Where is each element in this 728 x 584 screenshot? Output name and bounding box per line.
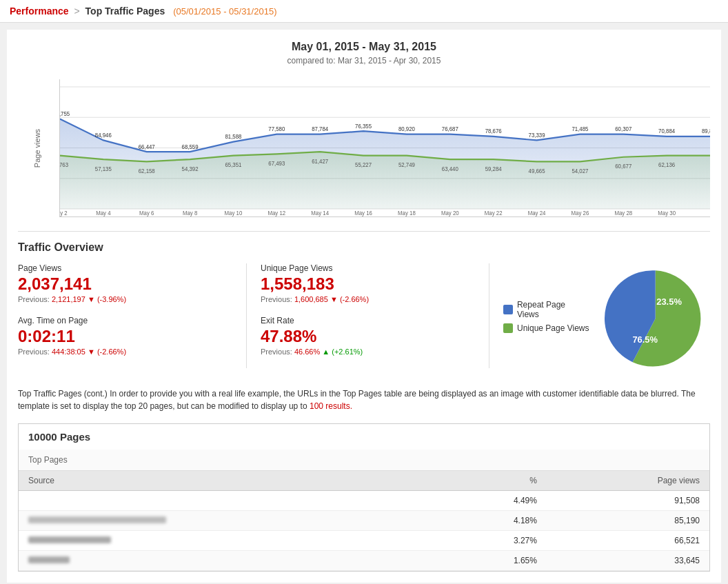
performance-label: Performance xyxy=(10,6,69,17)
unique-prev-label: Previous: xyxy=(261,295,292,303)
pageviews-cell: 91,508 xyxy=(547,491,709,511)
metrics-right-section: Unique Page Views 1,558,183 Previous: 1,… xyxy=(247,263,489,368)
svg-text:62,136: 62,136 xyxy=(658,161,675,169)
svg-text:80,920: 80,920 xyxy=(398,125,415,133)
svg-text:76,687: 76,687 xyxy=(442,125,458,133)
svg-text:76,355: 76,355 xyxy=(355,122,372,130)
pct-cell: 3.27% xyxy=(434,531,547,551)
svg-text:60,677: 60,677 xyxy=(615,163,631,170)
svg-text:76.5%: 76.5% xyxy=(632,334,658,345)
pct-cell: 4.18% xyxy=(434,511,547,531)
svg-text:87,784: 87,784 xyxy=(312,125,328,133)
table-row: 4.49% 91,508 xyxy=(19,491,709,511)
col-source: Source xyxy=(19,471,434,491)
chart-y-label: Page views xyxy=(33,129,41,168)
table-header-row: Source % Page views xyxy=(19,471,709,491)
svg-text:62,158: 62,158 xyxy=(139,168,155,175)
description-text: Top Traffic Pages (cont.) In order to pr… xyxy=(18,387,710,412)
pct-cell: 1.65% xyxy=(434,551,547,571)
svg-text:89,883: 89,883 xyxy=(702,128,710,135)
svg-text:Apr 27: Apr 27 xyxy=(616,215,631,217)
svg-text:77,580: 77,580 xyxy=(268,125,285,133)
pageviews-cell: 66,521 xyxy=(547,531,709,551)
exit-rate-prev-val: 46.66% xyxy=(294,348,320,356)
unique-page-views-value: 1,558,183 xyxy=(261,274,475,294)
svg-text:Apr 5: Apr 5 xyxy=(140,215,153,217)
svg-text:Apr 15: Apr 15 xyxy=(355,215,371,217)
table-row: 4.18% 85,190 xyxy=(19,511,709,531)
legend-unique: Unique Page Views xyxy=(503,323,589,333)
description-main: Top Traffic Pages (cont.) In order to pr… xyxy=(18,389,696,411)
unique-label: Unique Page Views xyxy=(517,323,589,333)
traffic-overview-title: Traffic Overview xyxy=(18,241,710,254)
svg-text:54,027: 54,027 xyxy=(572,168,588,175)
svg-text:Apr 21: Apr 21 xyxy=(485,215,501,217)
page-label: Top Traffic Pages xyxy=(85,6,165,17)
metrics-row: Page Views 2,037,141 Previous: 2,121,197… xyxy=(18,263,710,374)
svg-text:65,351: 65,351 xyxy=(225,161,241,169)
svg-text:54,392: 54,392 xyxy=(182,165,199,172)
svg-text:61,427: 61,427 xyxy=(312,157,328,165)
svg-text:Apr 13: Apr 13 xyxy=(312,215,328,217)
pages-table: Source % Page views 4.49% 91,508 4.18% 8… xyxy=(19,471,709,571)
col-page-views: Page views xyxy=(547,471,709,491)
svg-text:Apr 17: Apr 17 xyxy=(398,215,414,217)
svg-text:73,339: 73,339 xyxy=(529,132,545,139)
exit-rate-value: 47.88% xyxy=(261,327,475,346)
page-views-prev-label: Previous: xyxy=(18,295,50,303)
col-pct: % xyxy=(434,471,547,491)
exit-rate-previous: Previous: 46.66% ▲ (+2.61%) xyxy=(261,348,475,356)
page-views-previous: Previous: 2,121,197 ▼ (-3.96%) xyxy=(18,295,232,303)
avg-time-prev-label: Previous: xyxy=(18,348,50,356)
chart-svg: 125k 100k 75k 50k xyxy=(60,79,710,217)
header-bar: Performance > Top Traffic Pages (05/01/2… xyxy=(0,0,728,23)
table-row: 1.65% 33,645 xyxy=(19,551,709,571)
svg-text:49,665: 49,665 xyxy=(529,168,545,175)
avg-time-previous: Previous: 444:38:05 ▼ (-2.66%) xyxy=(18,348,232,356)
page-views-label: Page Views xyxy=(18,263,232,273)
repeat-label: Repeat Page Views xyxy=(517,300,589,319)
svg-text:84,946: 84,946 xyxy=(95,132,112,139)
exit-rate-prev-label: Previous: xyxy=(261,348,292,356)
blurred-source-bar xyxy=(28,556,70,563)
metrics-left: Page Views 2,037,141 Previous: 2,121,197… xyxy=(18,263,247,368)
avg-time-change: (-2.66%) xyxy=(97,348,126,356)
breadcrumb-separator: > xyxy=(74,6,79,17)
svg-text:57,135: 57,135 xyxy=(95,165,112,172)
pages-title: 10000 Pages xyxy=(19,424,709,450)
report-subtitle: compared to: Mar 31, 2015 - Apr 30, 2015 xyxy=(18,56,710,66)
exit-rate-change: (+2.61%) xyxy=(332,348,363,356)
svg-text:Apr 2: Apr 2 xyxy=(97,215,110,217)
page-views-value: 2,037,141 xyxy=(18,274,232,294)
svg-text:63,440: 63,440 xyxy=(442,165,458,172)
source-cell-blurred xyxy=(19,531,434,551)
pages-table-header: Top Pages xyxy=(19,450,709,471)
svg-text:60,763: 60,763 xyxy=(60,161,68,169)
svg-text:55,227: 55,227 xyxy=(355,161,372,169)
pageviews-cell: 33,645 xyxy=(547,551,709,571)
description-highlight: 100 results. xyxy=(310,401,352,411)
chart-area: 125k 100k 75k 50k xyxy=(59,79,710,217)
page-views-direction-icon: ▼ xyxy=(88,295,95,303)
traffic-overview: Traffic Overview Page Views 2,037,141 Pr… xyxy=(18,231,710,374)
page-views-change: (-3.96%) xyxy=(97,295,126,303)
svg-text:Apr 23: Apr 23 xyxy=(529,215,545,217)
svg-text:Apr 29: Apr 29 xyxy=(659,215,675,217)
svg-text:Apr 1: Apr 1 xyxy=(60,215,67,217)
table-row: 3.27% 66,521 xyxy=(19,531,709,551)
svg-text:Apr 19: Apr 19 xyxy=(442,215,458,217)
exit-rate-label: Exit Rate xyxy=(261,316,475,325)
svg-text:81,588: 81,588 xyxy=(225,133,241,141)
repeat-color-swatch xyxy=(503,305,513,314)
main-content: May 01, 2015 - May 31, 2015 compared to:… xyxy=(7,30,721,583)
avg-time-block: Avg. Time on Page 0:02:11 Previous: 444:… xyxy=(18,316,232,356)
svg-text:59,284: 59,284 xyxy=(485,165,502,172)
svg-text:Apr 7: Apr 7 xyxy=(183,215,196,217)
blurred-source-bar xyxy=(28,516,166,523)
svg-text:78,676: 78,676 xyxy=(485,128,502,135)
svg-text:52,749: 52,749 xyxy=(398,161,415,169)
svg-text:71,485: 71,485 xyxy=(572,125,588,133)
source-cell-blurred xyxy=(19,511,434,531)
unique-color-swatch xyxy=(503,323,513,333)
avg-time-value: 0:02:11 xyxy=(18,327,232,346)
